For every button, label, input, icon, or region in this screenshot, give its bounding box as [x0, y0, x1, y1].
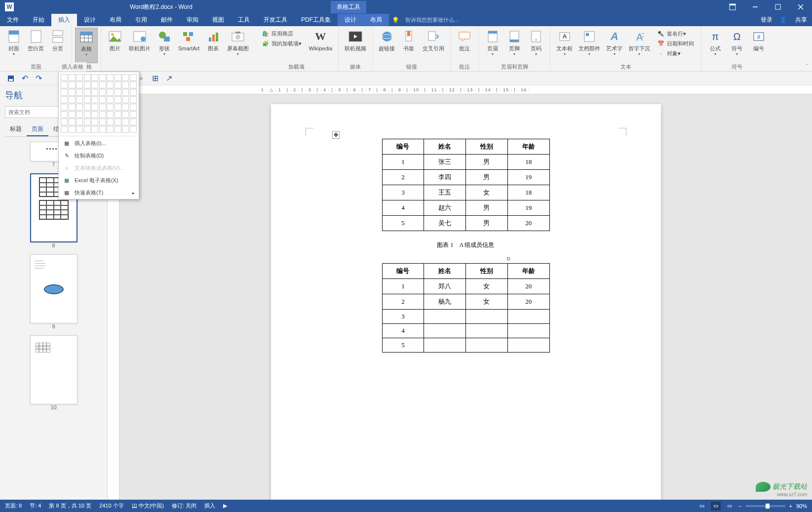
tab-pdf[interactable]: PDF工具集 [294, 14, 338, 26]
tab-table-layout[interactable]: 布局 [363, 14, 389, 26]
comment-button[interactable]: 批注 [454, 28, 475, 63]
grid-cell[interactable] [61, 118, 68, 125]
table-cell[interactable] [507, 338, 549, 353]
table-1[interactable]: 编号姓名性别年龄1张三男182李四男193王五女184赵六男195吴七男20 [382, 139, 550, 231]
table-cell[interactable]: 男 [466, 155, 508, 170]
grid-cell[interactable] [61, 104, 68, 111]
undo-button[interactable]: ↶ [19, 73, 31, 84]
grid-cell[interactable] [130, 81, 137, 88]
grid-cell[interactable] [107, 111, 114, 118]
login-button[interactable]: 登录 [761, 16, 773, 24]
grid-cell[interactable] [99, 74, 106, 81]
grid-cell[interactable] [76, 74, 83, 81]
tab-table-design[interactable]: 设计 [338, 14, 363, 26]
grid-cell[interactable] [76, 81, 83, 88]
grid-cell[interactable] [99, 104, 106, 111]
grid-cell[interactable] [115, 118, 121, 125]
qat-extra2[interactable]: ⊞ [149, 73, 161, 84]
quick-parts-button[interactable]: 文档部件▾ [576, 28, 603, 63]
hyperlink-button[interactable]: 超链接 [376, 28, 398, 63]
grid-cell[interactable] [84, 111, 91, 118]
grid-cell[interactable] [107, 104, 114, 111]
table-cell[interactable]: 20 [507, 216, 549, 231]
draw-table-item[interactable]: ✎绘制表格(D) [59, 150, 139, 162]
table-cell[interactable] [466, 310, 508, 324]
grid-cell[interactable] [122, 89, 129, 96]
nav-tab-headings[interactable]: 标题 [5, 123, 27, 136]
grid-cell[interactable] [69, 126, 76, 133]
ribbon-options-icon[interactable] [721, 0, 744, 14]
screenshot-button[interactable]: 屏幕截图▾ [224, 28, 252, 63]
table-2[interactable]: 编号姓名性别年龄1郑八女202杨九女20345 [382, 263, 550, 353]
grid-cell[interactable] [107, 96, 114, 103]
grid-cell[interactable] [107, 118, 114, 125]
table-cell[interactable]: 18 [507, 185, 549, 200]
table-header[interactable]: 编号 [382, 139, 424, 155]
table-resize-handle[interactable] [507, 257, 510, 260]
page-number-button[interactable]: #页码▾ [525, 28, 547, 63]
grid-cell[interactable] [122, 118, 129, 125]
table-cell[interactable]: 郑八 [424, 279, 466, 294]
grid-cell[interactable] [115, 74, 121, 81]
status-page[interactable]: 页面: 8 [5, 502, 22, 510]
status-track[interactable]: 修订: 关闭 [172, 502, 196, 510]
table-cell[interactable]: 李四 [424, 170, 466, 185]
grid-cell[interactable] [115, 104, 121, 111]
cross-ref-button[interactable]: 交叉引用 [420, 28, 447, 63]
table-cell[interactable] [466, 338, 508, 353]
zoom-slider[interactable] [746, 505, 785, 507]
table-cell[interactable]: 女 [466, 294, 508, 310]
table-move-handle[interactable]: ✥ [332, 131, 340, 139]
tab-references[interactable]: 引用 [128, 14, 154, 26]
document-page[interactable]: ✥ 编号姓名性别年龄1张三男182李四男193王五女184赵六男195吴七男20… [271, 104, 661, 500]
tab-developer[interactable]: 开发工具 [257, 14, 294, 26]
nav-tab-pages[interactable]: 页面 [27, 123, 48, 136]
table-cell[interactable]: 男 [466, 170, 508, 185]
grid-cell[interactable] [76, 104, 83, 111]
grid-cell[interactable] [69, 104, 76, 111]
grid-cell[interactable] [115, 81, 121, 88]
share-button[interactable]: 👤 共享 [779, 16, 807, 24]
grid-cell[interactable] [84, 89, 91, 96]
grid-cell[interactable] [69, 74, 76, 81]
grid-cell[interactable] [91, 111, 98, 118]
grid-cell[interactable] [115, 126, 121, 133]
zoom-out-button[interactable]: − [738, 503, 741, 509]
table-cell[interactable]: 1 [382, 279, 424, 294]
table-grid-picker[interactable] [59, 72, 139, 135]
excel-spreadsheet-item[interactable]: ▦Excel 电子表格(X) [59, 174, 139, 187]
page-thumb-9[interactable]: ━━━━━━━━━━━━━━━━━━━━━━━━━━━━━━━━━━━━━━━━ [30, 254, 77, 323]
grid-cell[interactable] [99, 118, 106, 125]
table-header[interactable]: 编号 [382, 264, 424, 279]
tab-layout[interactable]: 布局 [103, 14, 128, 26]
status-words[interactable]: 2410 个字 [99, 502, 124, 510]
maximize-button[interactable] [767, 0, 789, 14]
symbol-button[interactable]: Ω符号▾ [726, 28, 748, 63]
tab-file[interactable]: 文件 [0, 14, 26, 26]
grid-cell[interactable] [130, 118, 137, 125]
table-cell[interactable]: 张三 [424, 155, 466, 170]
table-header[interactable]: 性别 [466, 139, 508, 155]
grid-cell[interactable] [115, 89, 121, 96]
grid-cell[interactable] [84, 104, 91, 111]
tab-review[interactable]: 审阅 [180, 14, 205, 26]
status-lang[interactable]: 🕮 中文(中国) [132, 502, 164, 510]
tab-insert[interactable]: 插入 [51, 14, 77, 26]
grid-cell[interactable] [84, 81, 91, 88]
grid-cell[interactable] [130, 74, 137, 81]
close-button[interactable] [789, 0, 812, 14]
tab-mailings[interactable]: 邮件 [154, 14, 180, 26]
equation-button[interactable]: π公式▾ [704, 28, 726, 63]
table-cell[interactable]: 3 [382, 185, 424, 200]
grid-cell[interactable] [107, 126, 114, 133]
grid-cell[interactable] [61, 89, 68, 96]
tab-tools[interactable]: 工具 [231, 14, 257, 26]
grid-cell[interactable] [69, 111, 76, 118]
save-button[interactable] [5, 73, 17, 84]
table-cell[interactable] [424, 324, 466, 338]
table-cell[interactable]: 男 [466, 200, 508, 216]
grid-cell[interactable] [115, 96, 121, 103]
table-cell[interactable]: 1 [382, 155, 424, 170]
qat-extra3[interactable]: ↗ [163, 73, 175, 84]
grid-cell[interactable] [122, 74, 129, 81]
